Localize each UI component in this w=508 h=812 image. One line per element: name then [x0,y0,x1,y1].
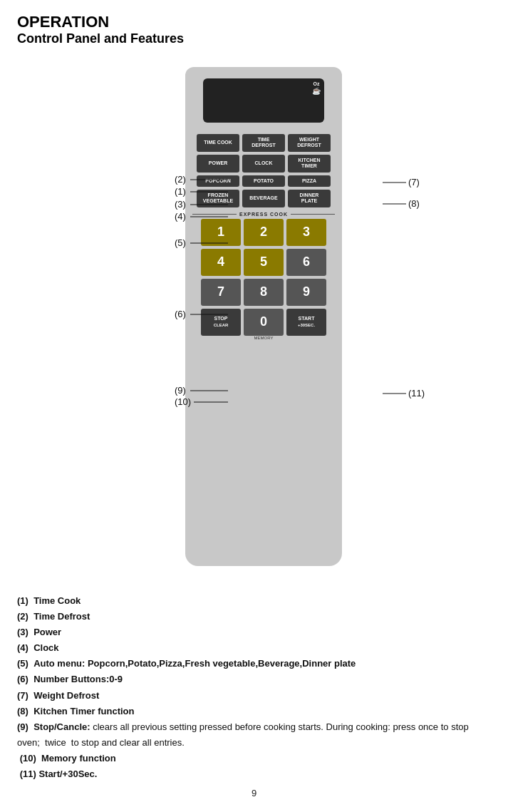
page-title-sub: Control Panel and Features [17,31,491,47]
potato-button[interactable]: POTATO [242,175,285,187]
time-defrost-button[interactable]: TIMEDEFROST [242,134,285,152]
desc-10: (10) Memory function [17,751,491,766]
num-3-button[interactable]: 3 [286,219,326,246]
frozen-vegetable-button[interactable]: FROZENVEGETABLE [197,190,239,207]
number-row-2: 4 5 6 [192,249,335,276]
desc-3: (3) Power [17,625,491,640]
desc-7: (7) Weight Defrost [17,688,491,704]
beverage-button[interactable]: BEVERAGE [242,190,285,207]
button-row-1: TIME COOK TIMEDEFROST WEIGHTDEFROST [192,134,335,152]
pizza-button[interactable]: PIZZA [288,175,331,187]
number-row-3: 7 8 9 [192,279,335,306]
num-5-button[interactable]: 5 [244,249,284,276]
desc-1: (1) Time Cook [17,593,491,609]
button-row-3: POPCORN POTATO PIZZA [192,175,335,187]
bottom-row: STOPCLEAR 0 MEMORY START+30SEC. [192,309,335,340]
clock-button[interactable]: CLOCK [242,155,285,173]
num-9-button[interactable]: 9 [286,279,326,306]
start-30sec-button[interactable]: START+30SEC. [286,309,326,336]
desc-9: (9) Stop/Cancle: clears all previous set… [17,719,491,751]
num-4-button[interactable]: 4 [201,249,241,276]
num-8-button[interactable]: 8 [244,279,284,306]
cup-icon: ☕ [312,87,321,95]
popcorn-button[interactable]: POPCORN [197,175,239,187]
descriptions: (1) Time Cook (2) Time Defrost (3) Power… [0,580,508,812]
desc-6: (6) Number Buttons:0-9 [17,672,491,687]
num-2-button[interactable]: 2 [244,219,284,246]
page-header: OPERATION Control Panel and Features [0,0,508,53]
memory-label: MEMORY [254,336,274,340]
weight-defrost-button[interactable]: WEIGHTDEFROST [288,134,331,152]
desc-8: (8) Kitchen Timer function [17,704,491,719]
number-row-1: 1 2 3 [192,219,335,246]
oz-label: Oz [313,81,320,86]
button-row-2: POWER CLOCK KITCHENTIMER [192,155,335,173]
kitchen-timer-button[interactable]: KITCHENTIMER [288,155,331,173]
panel-callout-wrapper: Oz ☕ TIME COOK TIMEDEFROST WEIGHTDEFROST… [0,60,508,566]
num-6-button[interactable]: 6 [286,249,326,276]
display-screen: Oz ☕ [203,78,324,123]
power-button[interactable]: POWER [197,155,239,173]
desc-2: (2) Time Defrost [17,609,491,625]
button-row-4: FROZENVEGETABLE BEVERAGE DINNERPLATE [192,190,335,207]
dinner-plate-button[interactable]: DINNERPLATE [288,190,331,207]
page-title-main: OPERATION [17,13,491,31]
time-cook-button[interactable]: TIME COOK [197,134,239,152]
desc-11: (11) Start/+30Sec. [17,766,491,782]
num-7-button[interactable]: 7 [201,279,241,306]
express-cook-label: EXPRESS COOK [192,212,335,217]
desc-5: (5) Auto menu: Popcorn,Potato,Pizza,Fres… [17,656,491,672]
desc-4: (4) Clock [17,640,491,656]
stop-clear-button[interactable]: STOPCLEAR [201,309,241,336]
page-number: 9 [17,788,491,798]
microwave-panel: Oz ☕ TIME COOK TIMEDEFROST WEIGHTDEFROST… [185,67,342,566]
num-1-button[interactable]: 1 [201,219,241,246]
display-icons: Oz ☕ [312,81,321,95]
num-0-button[interactable]: 0 [244,309,284,336]
